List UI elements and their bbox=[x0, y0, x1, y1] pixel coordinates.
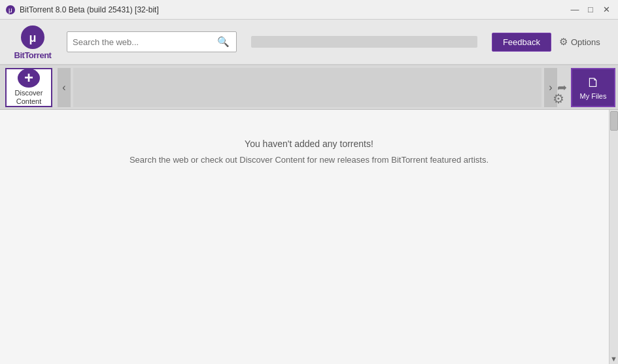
scroll-arrow-down-icon[interactable]: ▼ bbox=[610, 355, 617, 363]
gear-icon: ⚙ bbox=[559, 36, 568, 48]
title-bar: μ BitTorrent 8.0 Beta (build 25431) [32-… bbox=[0, 0, 618, 20]
maximize-button[interactable]: □ bbox=[584, 3, 597, 16]
subtoolbar-settings-button[interactable]: ⚙ bbox=[553, 91, 564, 107]
window-controls: — □ ✕ bbox=[568, 3, 613, 16]
empty-message: You haven't added any torrents! Search t… bbox=[129, 136, 489, 168]
feedback-button[interactable]: Feedback bbox=[492, 33, 551, 52]
search-bar: 🔍 bbox=[67, 31, 237, 52]
sub-toolbar-right: ➦ 🗋 My Files bbox=[557, 68, 618, 107]
discover-label-line2: Content bbox=[16, 97, 42, 106]
my-files-label: My Files bbox=[580, 91, 607, 101]
app-icon: μ bbox=[5, 5, 16, 15]
logo-area: μ BitTorrent bbox=[7, 24, 59, 60]
title-bar-left: μ BitTorrent 8.0 Beta (build 25431) [32-… bbox=[5, 5, 159, 15]
close-button[interactable]: ✕ bbox=[600, 3, 613, 16]
my-files-button[interactable]: 🗋 My Files bbox=[571, 68, 615, 107]
sub-toolbar: + Discover Content ‹ › ➦ 🗋 My Files ⚙ bbox=[0, 65, 618, 110]
file-document-icon: 🗋 bbox=[587, 73, 600, 91]
svg-text:μ: μ bbox=[29, 31, 36, 44]
discover-label-line1: Discover bbox=[15, 89, 43, 97]
scrollbar[interactable]: ▼ bbox=[609, 110, 618, 364]
options-label: Options bbox=[571, 37, 600, 47]
empty-line1: You haven't added any torrents! bbox=[129, 136, 489, 152]
discover-content-button[interactable]: + Discover Content bbox=[5, 68, 52, 107]
search-input[interactable] bbox=[73, 37, 216, 47]
plus-icon: + bbox=[18, 69, 40, 88]
header-progress-bar bbox=[251, 36, 477, 48]
scroll-thumb[interactable] bbox=[610, 111, 618, 131]
header: μ BitTorrent 🔍 Feedback ⚙ Options bbox=[0, 20, 618, 65]
logo-text: BitTorrent bbox=[14, 50, 52, 60]
search-button[interactable]: 🔍 bbox=[216, 36, 231, 48]
minimize-button[interactable]: — bbox=[568, 3, 581, 16]
main-content: You haven't added any torrents! Search t… bbox=[0, 110, 618, 364]
empty-line2: Search the web or check out Discover Con… bbox=[129, 152, 489, 167]
banner-area bbox=[73, 68, 541, 107]
nav-left-button[interactable]: ‹ bbox=[58, 68, 71, 107]
bittorrent-logo: μ bbox=[20, 24, 46, 50]
svg-text:μ: μ bbox=[9, 7, 12, 14]
window-title: BitTorrent 8.0 Beta (build 25431) [32-bi… bbox=[20, 5, 159, 14]
options-area[interactable]: ⚙ Options bbox=[559, 36, 611, 48]
